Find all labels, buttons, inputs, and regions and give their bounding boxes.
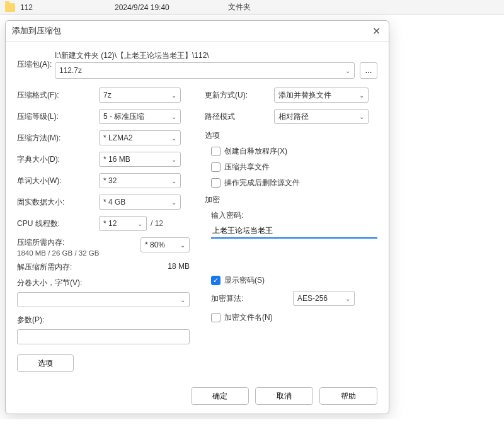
level-label: 压缩等级(L):	[17, 111, 99, 122]
browse-button[interactable]: ...	[360, 62, 377, 79]
add-to-archive-dialog: 添加到压缩包 ✕ 压缩包(A): I:\新建文件夹 (12)\【上老王论坛当老王…	[5, 20, 389, 414]
threads-select[interactable]: * 12 ⌄	[99, 216, 147, 231]
archive-name-value: 112.7z	[59, 66, 82, 75]
chevron-down-icon: ⌄	[171, 178, 176, 184]
chevron-down-icon: ⌄	[359, 92, 364, 99]
options-group-label: 选项	[205, 130, 377, 141]
algo-label: 加密算法:	[211, 293, 293, 304]
params-label: 参数(P):	[17, 315, 190, 325]
method-select[interactable]: * LZMA2 ⌄	[99, 130, 181, 145]
split-select[interactable]: ⌄	[17, 292, 190, 307]
file-date: 2024/9/24 19:40	[115, 3, 228, 12]
algo-select[interactable]: AES-256 ⌄	[293, 291, 355, 306]
mem-compress-label: 压缩所需内存:	[17, 237, 99, 248]
dialog-footer: 确定 取消 帮助	[6, 381, 389, 414]
dict-label: 字典大小(D):	[17, 154, 99, 165]
threads-label: CPU 线程数:	[17, 218, 99, 229]
password-input[interactable]	[211, 223, 377, 239]
word-select[interactable]: * 32 ⌄	[99, 173, 181, 188]
chevron-down-icon: ⌄	[171, 113, 176, 120]
chevron-down-icon: ⌄	[345, 295, 350, 302]
mem-decompress-value: 18 MB	[168, 262, 190, 271]
show-password-label: 显示密码(S)	[224, 275, 265, 286]
file-name: 112	[20, 3, 115, 12]
solid-select[interactable]: * 4 GB ⌄	[99, 195, 181, 210]
close-icon[interactable]: ✕	[370, 25, 382, 37]
encrypt-filenames-checkbox[interactable]	[211, 313, 220, 322]
help-button[interactable]: 帮助	[319, 387, 377, 405]
path-mode-select[interactable]: 相对路径 ⌄	[274, 109, 369, 124]
encrypt-group-label: 加密	[205, 195, 377, 205]
chevron-down-icon: ⌄	[171, 135, 176, 142]
show-password-checkbox[interactable]	[211, 276, 220, 285]
path-mode-label: 路径模式	[205, 111, 274, 122]
password-label: 输入密码:	[211, 210, 377, 221]
mem-compress-value: 1840 MB / 26 GB / 32 GB	[17, 249, 99, 257]
cancel-button[interactable]: 取消	[255, 387, 313, 405]
archive-path: I:\新建文件夹 (12)\【上老王论坛当老王】\112\	[55, 50, 377, 61]
mem-percent-select[interactable]: * 80% ⌄	[140, 237, 190, 252]
sfx-checkbox[interactable]	[211, 147, 220, 156]
options-button[interactable]: 选项	[17, 354, 74, 372]
right-column: 更新方式(U): 添加并替换文件 ⌄ 路径模式 相对路径 ⌄	[205, 88, 377, 372]
left-column: 压缩格式(F): 7z ⌄ 压缩等级(L): 5 - 标准压缩 ⌄	[17, 88, 190, 372]
chevron-down-icon: ⌄	[180, 297, 185, 303]
params-input[interactable]	[17, 329, 190, 344]
format-select[interactable]: 7z ⌄	[99, 88, 181, 103]
chevron-down-icon: ⌄	[171, 199, 176, 206]
update-mode-select[interactable]: 添加并替换文件 ⌄	[274, 88, 369, 103]
file-list-row[interactable]: 112 2024/9/24 19:40 文件夹	[0, 0, 504, 15]
chevron-down-icon: ⌄	[171, 156, 176, 163]
shared-label: 压缩共享文件	[224, 162, 270, 172]
delete-after-checkbox[interactable]	[211, 178, 220, 188]
chevron-down-icon: ⌄	[137, 220, 142, 227]
threads-total: / 12	[151, 219, 163, 228]
word-label: 单词大小(W):	[17, 176, 99, 186]
sfx-label: 创建自释放程序(X)	[224, 146, 287, 157]
archive-label: 压缩包(A):	[17, 50, 55, 70]
update-mode-label: 更新方式(U):	[205, 90, 274, 101]
chevron-down-icon: ⌄	[345, 67, 350, 74]
dict-select[interactable]: * 16 MB ⌄	[99, 152, 181, 167]
dialog-title: 添加到压缩包	[12, 25, 61, 37]
format-label: 压缩格式(F):	[17, 90, 99, 101]
delete-after-label: 操作完成后删除源文件	[224, 178, 300, 188]
method-label: 压缩方法(M):	[17, 133, 99, 144]
mem-decompress-label: 解压缩所需内存:	[17, 262, 72, 273]
file-type: 文件夹	[228, 2, 291, 13]
dialog-titlebar: 添加到压缩包 ✕	[6, 21, 389, 42]
ok-button[interactable]: 确定	[191, 387, 249, 405]
chevron-down-icon: ⌄	[171, 92, 176, 99]
folder-icon	[5, 3, 15, 12]
shared-checkbox[interactable]	[211, 162, 220, 172]
archive-name-select[interactable]: 112.7z ⌄	[55, 62, 355, 79]
solid-label: 固实数据大小:	[17, 197, 99, 208]
encrypt-filenames-label: 加密文件名(N)	[224, 312, 273, 323]
split-label: 分卷大小，字节(V):	[17, 278, 190, 288]
chevron-down-icon: ⌄	[180, 242, 185, 249]
chevron-down-icon: ⌄	[359, 113, 364, 120]
level-select[interactable]: 5 - 标准压缩 ⌄	[99, 109, 181, 124]
